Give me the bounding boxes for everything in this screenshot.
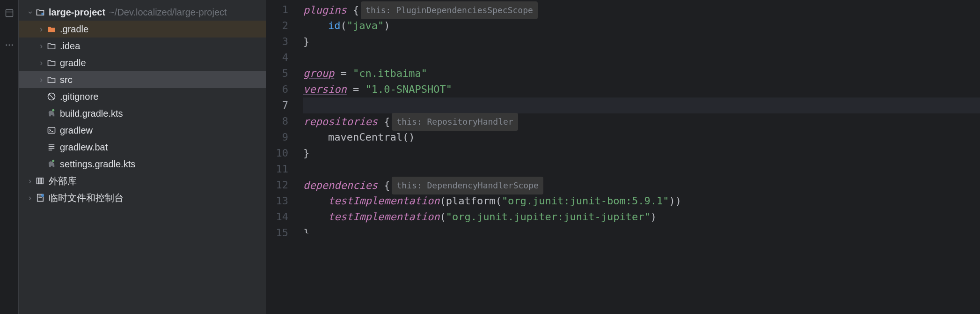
code-token: "org.junit.jupiter:junit-jupiter": [446, 211, 651, 223]
gradle-file-icon: [47, 159, 56, 169]
svg-rect-0: [6, 10, 13, 17]
module-folder-icon: [36, 7, 45, 17]
tree-item[interactable]: gradle: [19, 54, 266, 71]
folder-icon: [47, 58, 56, 67]
tree-item[interactable]: gradlew: [19, 122, 266, 139]
code-token: repositories: [303, 116, 384, 127]
gutter-line-number[interactable]: 3: [266, 34, 288, 50]
code-token: }: [303, 147, 309, 159]
code-line[interactable]: plugins {this: PluginDependenciesSpecSco…: [303, 2, 980, 18]
gutter-line-number[interactable]: 9: [266, 129, 288, 145]
gutter-line-number[interactable]: 1: [266, 2, 288, 18]
code-line[interactable]: group = "cn.itbaima": [303, 66, 980, 82]
code-token: =: [347, 83, 366, 95]
code-line[interactable]: dependencies {this: DependencyHandlerSco…: [303, 177, 980, 193]
code-content[interactable]: plugins {this: PluginDependenciesSpecSco…: [300, 0, 980, 314]
inline-hint: this: DependencyHandlerScope: [392, 177, 543, 194]
code-token: dependencies: [303, 179, 384, 191]
chevron-right-icon[interactable]: [36, 41, 47, 51]
tree-item-label: gradlew: [60, 125, 93, 136]
text-file-icon: [47, 142, 56, 152]
svg-point-4: [11, 44, 13, 45]
gutter-line-number[interactable]: 6: [266, 82, 288, 97]
svg-point-8: [52, 109, 54, 112]
tree-item-label: settings.gradle.kts: [60, 159, 135, 170]
code-token: (: [340, 20, 346, 31]
tree-item[interactable]: .gradle: [19, 21, 266, 37]
code-token: version: [303, 83, 347, 95]
tool-window-stripe: [0, 0, 19, 314]
gitignore-icon: [47, 92, 56, 101]
code-token: "java": [347, 20, 384, 31]
code-token: {: [353, 4, 359, 16]
code-editor[interactable]: 123456789101112131415 plugins {this: Plu…: [266, 0, 980, 314]
code-token: "cn.itbaima": [353, 67, 427, 79]
code-line[interactable]: }: [303, 145, 980, 161]
gutter-line-number[interactable]: 12: [266, 177, 288, 193]
chevron-down-icon[interactable]: [24, 7, 36, 17]
code-line[interactable]: [303, 50, 980, 66]
svg-rect-18: [42, 178, 44, 184]
gutter-line-number[interactable]: 13: [266, 193, 288, 209]
code-line[interactable]: version = "1.0-SNAPSHOT": [303, 82, 980, 97]
tree-item[interactable]: settings.gradle.kts: [19, 156, 266, 172]
chevron-right-icon[interactable]: [24, 176, 36, 186]
code-line[interactable]: mavenCentral(): [303, 129, 980, 145]
folder-icon: [47, 75, 56, 84]
tree-item[interactable]: .gitignore: [19, 88, 266, 105]
tree-item[interactable]: build.gradle.kts: [19, 105, 266, 122]
code-token: platform: [446, 195, 496, 207]
external-libraries-row[interactable]: 外部库: [19, 172, 266, 189]
project-root-row[interactable]: large-project ~/Dev.localized/large-proj…: [19, 4, 266, 21]
code-line[interactable]: id("java"): [303, 18, 980, 34]
code-token: group: [303, 67, 334, 79]
external-libraries-label: 外部库: [49, 175, 77, 187]
code-token: testImplementation: [328, 211, 439, 223]
scratches-row[interactable]: 临时文件和控制台: [19, 189, 266, 206]
gutter-line-number[interactable]: 15: [266, 225, 288, 233]
tree-item[interactable]: src: [19, 71, 266, 88]
tree-item-label: .gradle: [60, 24, 88, 35]
code-token: (: [496, 195, 502, 207]
tree-item-label: .gitignore: [60, 91, 98, 102]
tree-item[interactable]: .idea: [19, 37, 266, 54]
code-line[interactable]: repositories {this: RepositoryHandler: [303, 113, 980, 129]
code-token: (: [439, 195, 446, 207]
gutter-line-number[interactable]: 14: [266, 209, 288, 225]
code-token: [303, 195, 328, 207]
code-line[interactable]: testImplementation(platform("org.junit:j…: [303, 193, 980, 209]
gutter-line-number[interactable]: 11: [266, 161, 288, 177]
code-line[interactable]: [303, 97, 980, 113]
tree-item-label: src: [60, 75, 73, 85]
gutter-line-number[interactable]: 4: [266, 50, 288, 66]
gutter-line-number[interactable]: 7: [266, 97, 288, 113]
gutter-line-number[interactable]: 5: [266, 66, 288, 82]
gradle-file-icon: [47, 109, 56, 118]
code-token: testImplementation: [328, 195, 439, 207]
chevron-right-icon[interactable]: [36, 58, 47, 68]
chevron-right-icon[interactable]: [36, 24, 47, 34]
more-icon[interactable]: [5, 40, 14, 50]
code-line[interactable]: }: [303, 225, 980, 233]
gutter-line-number[interactable]: 2: [266, 18, 288, 34]
code-token: plugins: [303, 4, 353, 16]
svg-point-15: [52, 160, 54, 162]
code-token: "1.0-SNAPSHOT": [365, 83, 452, 95]
chevron-right-icon[interactable]: [24, 193, 36, 203]
tree-item[interactable]: gradlew.bat: [19, 139, 266, 156]
project-root-label: large-project: [49, 7, 105, 18]
code-token: "org.junit:junit-bom:5.9.1": [502, 195, 669, 207]
code-line[interactable]: }: [303, 34, 980, 50]
code-line[interactable]: [303, 161, 980, 177]
inline-hint: this: RepositoryHandler: [392, 113, 518, 131]
scratches-icon: [36, 193, 45, 202]
gutter-line-number[interactable]: 8: [266, 113, 288, 129]
code-token: mavenCentral: [328, 131, 402, 143]
chevron-right-icon[interactable]: [36, 75, 47, 85]
folder-icon: [47, 41, 56, 51]
code-token: [303, 20, 328, 31]
stripe-icon[interactable]: [5, 8, 14, 18]
svg-line-7: [49, 94, 54, 99]
gutter-line-number[interactable]: 10: [266, 145, 288, 161]
code-line[interactable]: testImplementation("org.junit.jupiter:ju…: [303, 209, 980, 225]
